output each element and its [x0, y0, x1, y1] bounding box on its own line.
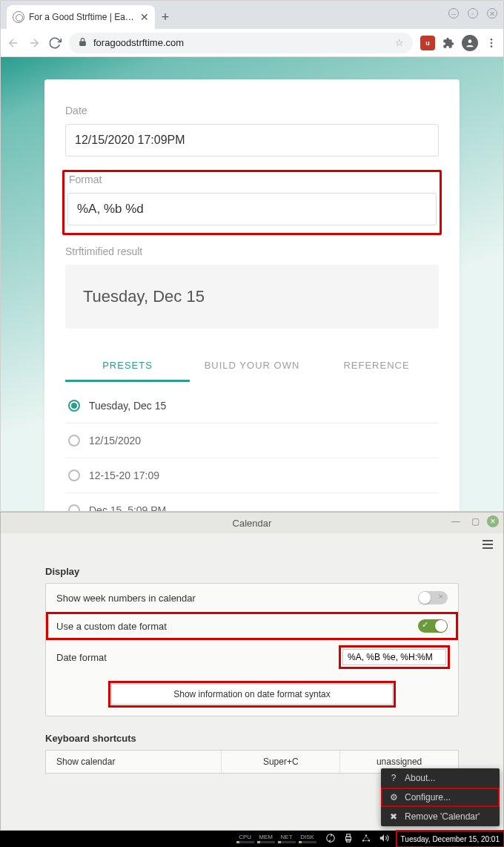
lock-icon — [78, 37, 87, 49]
svg-point-0 — [468, 39, 472, 43]
svg-point-2 — [491, 42, 493, 44]
radio-icon — [68, 469, 80, 481]
tab-build[interactable]: BUILD YOUR OWN — [190, 349, 314, 382]
taskbar: CPU MEM NET DISK Tuesday, December 15, 2… — [0, 831, 504, 847]
kebab-menu-icon[interactable] — [485, 37, 497, 49]
svg-point-9 — [365, 834, 366, 836]
svg-rect-7 — [346, 840, 350, 843]
browser-window: For a Good Strftime | Easy Sk ✕ + – ▫ ✕ … — [0, 0, 504, 512]
svg-point-3 — [491, 45, 493, 47]
toggle-custom-format[interactable]: ✓ — [418, 619, 448, 633]
net-meter[interactable]: NET — [276, 831, 297, 847]
row-label: Show week numbers in calendar — [56, 593, 196, 604]
format-highlight: Format — [62, 170, 442, 235]
browser-tabstrip: For a Good Strftime | Easy Sk ✕ + – ▫ ✕ — [1, 1, 503, 29]
preset-item[interactable]: Dec 15, 5:09 PM — [65, 493, 439, 511]
svg-point-4 — [326, 834, 334, 843]
tray-network-icon[interactable] — [361, 833, 371, 845]
tab-reference[interactable]: REFERENCE — [314, 349, 439, 382]
preset-item[interactable]: 12/15/2020 — [65, 424, 439, 458]
close-window-icon[interactable]: ✕ — [487, 8, 497, 19]
preset-item[interactable]: Tuesday, Dec 15 — [65, 395, 439, 424]
cpu-meter[interactable]: CPU — [235, 831, 256, 847]
date-input[interactable] — [65, 124, 439, 156]
preset-list: Tuesday, Dec 15 12/15/2020 12-15-20 17:0… — [65, 395, 439, 511]
bookmark-star-icon[interactable]: ☆ — [395, 37, 404, 48]
taskbar-clock[interactable]: Tuesday, December 15, 20:01 — [397, 831, 504, 847]
display-heading: Display — [45, 566, 459, 577]
browser-toolbar: foragoodstrftime.com ☆ u — [1, 29, 503, 57]
result-output: Tuesday, Dec 15 — [65, 265, 439, 329]
radio-icon — [68, 504, 80, 511]
reload-icon[interactable] — [48, 36, 62, 50]
row-label: Date format — [56, 652, 107, 663]
tab-presets[interactable]: PRESETS — [65, 349, 190, 382]
radio-icon — [68, 400, 80, 412]
card-tabs: PRESETS BUILD YOUR OWN REFERENCE — [65, 349, 439, 382]
settings-title: Calendar — [233, 518, 272, 529]
back-icon[interactable] — [7, 36, 20, 50]
disk-meter[interactable]: DISK — [297, 831, 318, 847]
help-icon: ? — [388, 773, 399, 783]
row-date-format: Date format — [46, 640, 458, 674]
ublock-icon[interactable]: u — [420, 36, 435, 50]
close-tab-icon[interactable]: ✕ — [140, 11, 149, 23]
format-label: Format — [69, 174, 437, 185]
extensions-icon[interactable] — [442, 37, 454, 49]
tray-volume-icon[interactable] — [379, 833, 389, 845]
radio-icon — [68, 435, 80, 446]
forward-icon[interactable] — [27, 36, 41, 50]
remove-icon: ✖ — [388, 811, 399, 822]
row-week-numbers: Show week numbers in calendar × — [46, 584, 458, 612]
globe-icon — [13, 11, 24, 23]
row-custom-format: Use a custom date format ✓ — [46, 612, 458, 640]
row-label: Use a custom date format — [56, 621, 167, 632]
settings-titlebar: Calendar — ▢ × — [1, 513, 503, 533]
date-label: Date — [65, 105, 439, 116]
format-input[interactable] — [67, 193, 437, 225]
minimize-icon[interactable]: – — [448, 8, 459, 19]
menu-remove[interactable]: ✖Remove 'Calendar' — [381, 807, 500, 826]
page-scroll[interactable]: Date Format Strftimified result Tuesday,… — [1, 57, 503, 511]
tab-title: For a Good Strftime | Easy Sk — [29, 12, 136, 22]
browser-tab[interactable]: For a Good Strftime | Easy Sk ✕ — [7, 5, 155, 29]
shortcut-key[interactable]: Super+C — [221, 751, 339, 773]
page-viewport: Date Format Strftimified result Tuesday,… — [1, 57, 503, 511]
preset-item[interactable]: 12-15-20 17:09 — [65, 458, 439, 493]
address-bar[interactable]: foragoodstrftime.com ☆ — [69, 33, 413, 53]
gear-icon: ⚙ — [388, 792, 399, 802]
strftime-card: Date Format Strftimified result Tuesday,… — [44, 79, 460, 511]
address-text: foragoodstrftime.com — [93, 37, 184, 48]
maximize-icon[interactable]: ▢ — [468, 514, 483, 529]
toggle-week-numbers[interactable]: × — [418, 591, 448, 604]
close-icon[interactable]: × — [487, 515, 499, 527]
svg-point-10 — [368, 840, 369, 841]
maximize-icon[interactable]: ▫ — [468, 8, 478, 19]
menu-about[interactable]: ?About... — [381, 768, 500, 788]
applet-context-menu: ?About... ⚙Configure... ✖Remove 'Calenda… — [381, 768, 500, 826]
shortcuts-heading: Keyboard shortcuts — [45, 733, 459, 744]
shortcut-label: Show calendar — [46, 751, 221, 773]
profile-avatar-icon[interactable] — [462, 35, 478, 51]
minimize-icon[interactable]: — — [448, 514, 463, 529]
display-settings-box: Show week numbers in calendar × Use a cu… — [45, 583, 459, 716]
mem-meter[interactable]: MEM — [256, 831, 276, 847]
svg-rect-6 — [346, 834, 350, 837]
tray-printer-icon[interactable] — [343, 833, 354, 845]
new-tab-button[interactable]: + — [155, 5, 176, 29]
tray-update-icon[interactable] — [325, 833, 336, 845]
svg-point-8 — [362, 840, 363, 841]
result-label: Strftimified result — [65, 245, 439, 257]
svg-rect-5 — [345, 837, 351, 840]
menu-configure[interactable]: ⚙Configure... — [381, 788, 500, 807]
svg-point-1 — [491, 39, 493, 41]
hamburger-menu-icon[interactable] — [483, 540, 493, 549]
info-syntax-button[interactable]: Show information on date format syntax — [111, 684, 393, 705]
date-format-input[interactable] — [342, 649, 446, 665]
window-controls: – ▫ ✕ — [448, 8, 497, 19]
